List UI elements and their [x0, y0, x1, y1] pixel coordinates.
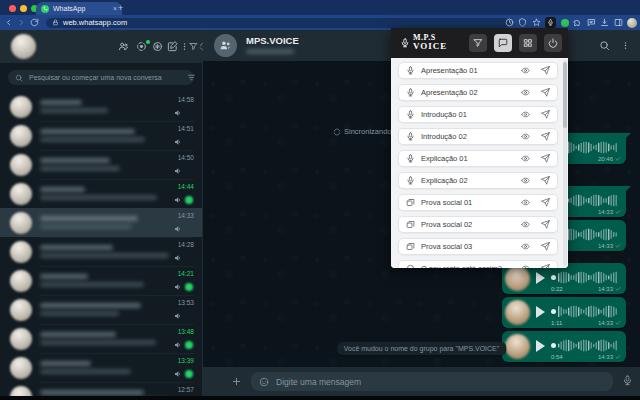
chat-list-item[interactable]: 14:50 [0, 150, 202, 179]
menu-icon[interactable] [621, 40, 630, 51]
chat-list-item[interactable]: 13:53 [0, 295, 202, 324]
send-icon[interactable] [541, 242, 550, 251]
voice-clip-item[interactable]: Introdução 02 [398, 128, 558, 145]
eye-preview-icon[interactable] [521, 88, 530, 97]
voice-clip-item[interactable]: Prova social 03 [398, 238, 558, 255]
search-input[interactable]: Pesquisar ou começar uma nova conversa [8, 70, 194, 85]
mic-icon[interactable] [622, 375, 633, 386]
voice-clip-item[interactable]: Prova social 02 [398, 216, 558, 233]
chat-list-item[interactable]: 14:28 [0, 237, 202, 266]
profile-avatar[interactable] [627, 18, 637, 28]
forward-icon[interactable] [17, 18, 26, 27]
chat-list-item[interactable]: 13:39 [0, 353, 202, 382]
eye-preview-icon[interactable] [521, 242, 530, 251]
panel-icon[interactable] [614, 18, 623, 27]
eye-preview-icon[interactable] [521, 132, 530, 141]
playback-position-dot[interactable] [551, 343, 556, 348]
back-icon[interactable] [4, 18, 13, 27]
chat-time: 14:28 [178, 241, 194, 248]
voice-clip-item[interactable]: O seu rosto está assim? [398, 260, 558, 268]
voice-clip-item[interactable]: Apresentação 02 [398, 84, 558, 101]
play-icon[interactable] [536, 340, 545, 352]
chat-square-icon[interactable] [587, 18, 596, 27]
play-icon[interactable] [536, 272, 545, 284]
chat-list-item[interactable]: 14:58 [0, 92, 202, 121]
media-icon [406, 242, 415, 251]
close-window-button[interactable] [9, 5, 16, 12]
grid-button[interactable] [519, 34, 537, 52]
search-icon[interactable] [599, 40, 610, 51]
funnel-button[interactable] [469, 34, 487, 52]
eye-preview-icon[interactable] [521, 264, 530, 268]
clock-icon[interactable] [505, 18, 514, 27]
chat-list-item[interactable]: 12:57 [0, 382, 202, 396]
chat-list-item[interactable]: 13:48 [0, 324, 202, 353]
eye-preview-icon[interactable] [521, 220, 530, 229]
browser-tab[interactable]: WhatsApp × [36, 2, 122, 15]
eye-preview-icon[interactable] [521, 154, 530, 163]
chat-list-item[interactable]: 14:21 [0, 266, 202, 295]
refresh-icon[interactable] [30, 18, 39, 27]
attach-plus-icon[interactable] [231, 376, 242, 387]
voice-message-bubble[interactable]: 1:11 14:33 [502, 297, 626, 328]
address-bar[interactable]: web.whatsapp.com [46, 18, 510, 29]
waveform[interactable] [558, 271, 618, 284]
star-icon[interactable] [532, 18, 541, 27]
chat-time: 14:51 [178, 125, 194, 132]
play-icon[interactable] [536, 306, 545, 318]
send-icon[interactable] [541, 264, 550, 268]
eye-preview-icon[interactable] [521, 110, 530, 119]
mps-extension-icon[interactable] [545, 17, 556, 28]
popup-scrollbar-thumb[interactable] [563, 62, 567, 128]
menu-icon[interactable] [180, 41, 189, 52]
puzzle-icon[interactable] [573, 18, 582, 27]
chat-list-item[interactable]: 14:44 [0, 179, 202, 208]
group-avatar[interactable] [214, 34, 237, 57]
channels-icon[interactable] [152, 41, 163, 52]
avatar [10, 154, 32, 176]
send-icon[interactable] [541, 220, 550, 229]
send-icon[interactable] [541, 132, 550, 141]
chat-bubble-icon [498, 38, 508, 48]
message-time: 14:33 [598, 243, 621, 249]
send-icon[interactable] [541, 110, 550, 119]
voice-clip-item[interactable]: Prova social 01 [398, 194, 558, 211]
chat-list-item[interactable]: 14:51 [0, 121, 202, 150]
send-icon[interactable] [541, 198, 550, 207]
send-icon[interactable] [541, 154, 550, 163]
chat-bubble-button[interactable] [494, 34, 512, 52]
voice-clip-item[interactable]: Apresentação 01 [398, 62, 558, 79]
chat-time: 14:44 [178, 183, 194, 190]
send-icon[interactable] [541, 88, 550, 97]
communities-icon[interactable] [118, 41, 129, 52]
chat-filter-icon[interactable] [187, 73, 196, 82]
voice-clip-item[interactable]: Introdução 01 [398, 106, 558, 123]
filter-funnel-icon[interactable] [189, 41, 198, 52]
voice-clip-item[interactable]: Explicação 02 [398, 172, 558, 189]
green-dot-icon[interactable] [561, 19, 569, 27]
voice-message-bubble[interactable]: 0:54 14:33 [502, 331, 626, 362]
download-icon[interactable] [600, 18, 609, 27]
waveform[interactable] [558, 339, 618, 352]
send-icon[interactable] [541, 66, 550, 75]
waveform[interactable] [558, 305, 618, 318]
new-tab-button[interactable]: + [118, 4, 123, 13]
emoji-icon[interactable] [259, 377, 269, 387]
eye-preview-icon[interactable] [521, 198, 530, 207]
playback-position-dot[interactable] [551, 275, 556, 280]
new-chat-icon[interactable] [167, 41, 178, 52]
minimize-window-button[interactable] [20, 5, 27, 12]
voice-clip-item[interactable]: Explicação 01 [398, 150, 558, 167]
tab-close-icon[interactable]: × [113, 5, 117, 12]
message-input[interactable]: Digite uma mensagem [251, 372, 613, 391]
send-icon[interactable] [541, 176, 550, 185]
user-avatar[interactable] [11, 34, 36, 59]
shield-icon[interactable] [518, 18, 527, 27]
chat-list-item[interactable]: 14:33 [0, 208, 202, 237]
power-button[interactable] [544, 34, 562, 52]
eye-preview-icon[interactable] [521, 66, 530, 75]
playback-position-dot[interactable] [551, 309, 556, 314]
status-dot [146, 40, 150, 44]
eye-preview-icon[interactable] [521, 176, 530, 185]
unread-badge [185, 196, 193, 204]
